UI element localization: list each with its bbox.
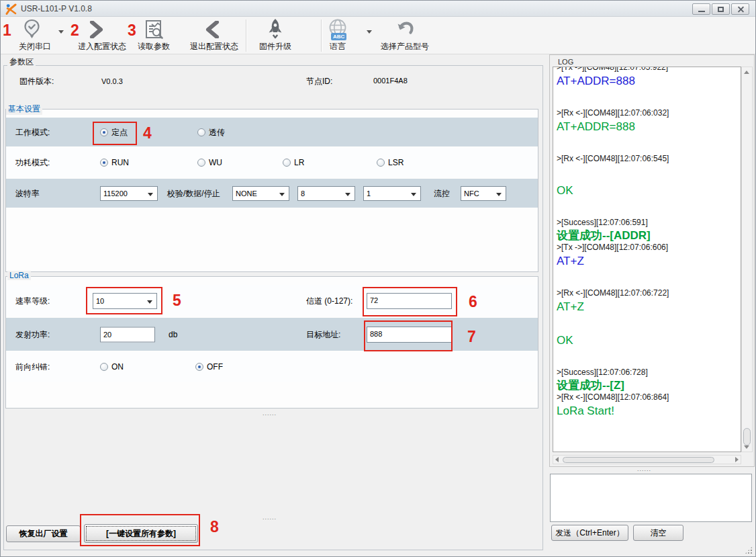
- radio-label-fec-off[interactable]: OFF: [207, 362, 223, 372]
- log-line: 设置成功--[Z]: [557, 379, 739, 392]
- toolbar-separator: [321, 19, 322, 52]
- send-button[interactable]: 发送（Ctrl+Enter）: [551, 525, 628, 541]
- radio-power-run[interactable]: [100, 159, 108, 167]
- annotation-number-5: 5: [173, 292, 181, 310]
- toolbar-item-firmware-upgrade[interactable]: 固件升级: [259, 41, 291, 52]
- firmware-version-label: 固件版本:: [19, 76, 54, 87]
- toolbar-item-exit-config[interactable]: 退出配置状态: [190, 41, 238, 52]
- firmware-version-value: V0.0.3: [101, 77, 123, 85]
- log-line: >[Success][12:07:06:728]: [557, 368, 739, 378]
- toolbar-item-language[interactable]: 语言: [330, 41, 346, 52]
- basic-settings-title: 基本设置: [6, 103, 42, 115]
- minimize-button[interactable]: [692, 3, 710, 15]
- radio-label-transparent[interactable]: 透传: [209, 126, 225, 138]
- close-button[interactable]: [731, 3, 749, 15]
- power-mode-row: 功耗模式: RUN WU LR LSR: [6, 148, 538, 177]
- splitter-handle[interactable]: ......: [263, 514, 277, 521]
- log-vertical-scrollbar[interactable]: [741, 67, 753, 452]
- scroll-right-arrow-icon[interactable]: [735, 457, 739, 462]
- param-area-title: 参数区: [7, 56, 36, 68]
- annotation-number-1: 1: [3, 22, 11, 40]
- flow-control-label: 流控: [434, 187, 450, 199]
- chevron-left-icon[interactable]: [204, 21, 222, 38]
- radio-power-lr[interactable]: [283, 159, 291, 167]
- scroll-down-arrow-icon[interactable]: [744, 445, 749, 449]
- radio-label-lr[interactable]: LR: [294, 158, 304, 167]
- combo-arrow-icon: [345, 193, 350, 196]
- send-data-textarea[interactable]: [550, 474, 752, 522]
- baud-select[interactable]: 115200: [100, 186, 158, 201]
- select-model-undo-icon[interactable]: [396, 19, 414, 38]
- scroll-left-arrow-icon[interactable]: [555, 457, 559, 462]
- log-line: >[Tx ->][COM48][12:07:05:922]: [557, 67, 739, 73]
- annotation-box-4: [93, 122, 137, 145]
- horizontal-scroll-thumb[interactable]: [563, 457, 714, 463]
- toolbar-item-read-params[interactable]: 读取参数: [138, 41, 170, 52]
- annotation-number-6: 6: [469, 293, 477, 311]
- lora-section-title: LoRa: [7, 271, 31, 280]
- radio-label-run[interactable]: RUN: [111, 158, 129, 167]
- radio-label-lsr[interactable]: LSR: [388, 158, 404, 167]
- splitter-handle[interactable]: ......: [263, 410, 277, 417]
- log-content: >[Tx ->][COM48][12:07:05:922]AT+ADDR=888…: [553, 67, 741, 418]
- log-line: OK: [557, 334, 739, 347]
- language-dropdown-caret-icon[interactable]: [367, 30, 372, 34]
- annotation-box-8: [80, 514, 200, 546]
- maximize-button[interactable]: [712, 3, 730, 15]
- tx-power-input[interactable]: 20: [100, 327, 155, 342]
- parity-select[interactable]: NONE: [232, 186, 289, 201]
- log-line: AT+Z: [557, 255, 739, 268]
- app-window: USR-L101-P V1.0.8 关闭串口 进入配置状态 读取参数: [0, 0, 756, 557]
- vertical-scroll-thumb[interactable]: [743, 428, 751, 445]
- serial-dropdown-caret-icon[interactable]: [58, 30, 64, 34]
- title-bar: USR-L101-P V1.0.8: [1, 1, 756, 17]
- rate-level-label: 速率等级:: [15, 295, 50, 306]
- tx-power-unit: db: [169, 330, 177, 339]
- resize-grip-icon[interactable]: [745, 546, 753, 554]
- annotation-number-7: 7: [467, 328, 476, 346]
- scroll-up-arrow-icon[interactable]: [744, 71, 749, 74]
- annotation-box-5: [86, 287, 162, 314]
- channel-label: 信道 (0-127):: [306, 295, 352, 306]
- log-line: >[Tx ->][COM48][12:07:06:606]: [557, 243, 739, 253]
- firmware-rocket-icon[interactable]: [267, 18, 284, 40]
- log-line: AT+Z: [557, 300, 739, 314]
- combo-arrow-icon: [411, 193, 416, 196]
- data-bits-select[interactable]: 8: [297, 186, 355, 201]
- radio-label-fec-on[interactable]: ON: [111, 362, 124, 372]
- clear-button[interactable]: 清空: [633, 525, 683, 541]
- chevron-right-icon[interactable]: [87, 21, 105, 38]
- radio-work-mode-transparent[interactable]: [197, 128, 205, 136]
- annotation-number-3: 3: [128, 22, 136, 40]
- stop-bits-select[interactable]: 1: [363, 186, 421, 201]
- toolbar-item-close-serial[interactable]: 关闭串口: [15, 41, 54, 52]
- combo-arrow-icon: [148, 193, 153, 196]
- toolbar-separator: [246, 19, 246, 52]
- maximize-icon: [718, 7, 724, 12]
- log-line: 设置成功--[ADDR]: [557, 229, 739, 243]
- log-line: >[Rx <-][COM48][12:07:06:032]: [557, 108, 739, 118]
- radio-label-wu[interactable]: WU: [209, 158, 222, 167]
- serial-port-pin-icon[interactable]: [23, 19, 41, 40]
- log-view[interactable]: >[Tx ->][COM48][12:07:05:922]AT+ADDR=888…: [553, 67, 741, 452]
- radio-fec-on[interactable]: [100, 363, 108, 371]
- fec-row: 前向纠错: ON OFF: [6, 352, 538, 382]
- combo-arrow-icon: [496, 193, 502, 196]
- fec-label: 前向纠错:: [15, 361, 50, 373]
- restore-factory-button[interactable]: 恢复出厂设置: [6, 525, 81, 542]
- baud-label: 波特率: [15, 187, 40, 199]
- parity-data-stop-label: 校验/数据/停止: [167, 187, 220, 199]
- radio-power-wu[interactable]: [197, 159, 205, 167]
- annotation-number-8: 8: [210, 518, 219, 536]
- annotation-number-2: 2: [70, 22, 79, 40]
- app-logo-icon: [5, 3, 17, 15]
- language-abc-badge: ABC: [331, 33, 346, 40]
- toolbar-item-enter-config[interactable]: 进入配置状态: [78, 41, 126, 52]
- radio-power-lsr[interactable]: [377, 159, 385, 167]
- node-id-value: 0001F4A8: [373, 77, 408, 85]
- flow-control-select[interactable]: NFC: [461, 186, 506, 201]
- radio-fec-off[interactable]: [195, 363, 203, 371]
- toolbar-item-select-model[interactable]: 选择产品型号: [381, 41, 429, 52]
- node-id-label: 节点ID:: [306, 76, 332, 87]
- read-params-doc-icon[interactable]: [143, 19, 164, 40]
